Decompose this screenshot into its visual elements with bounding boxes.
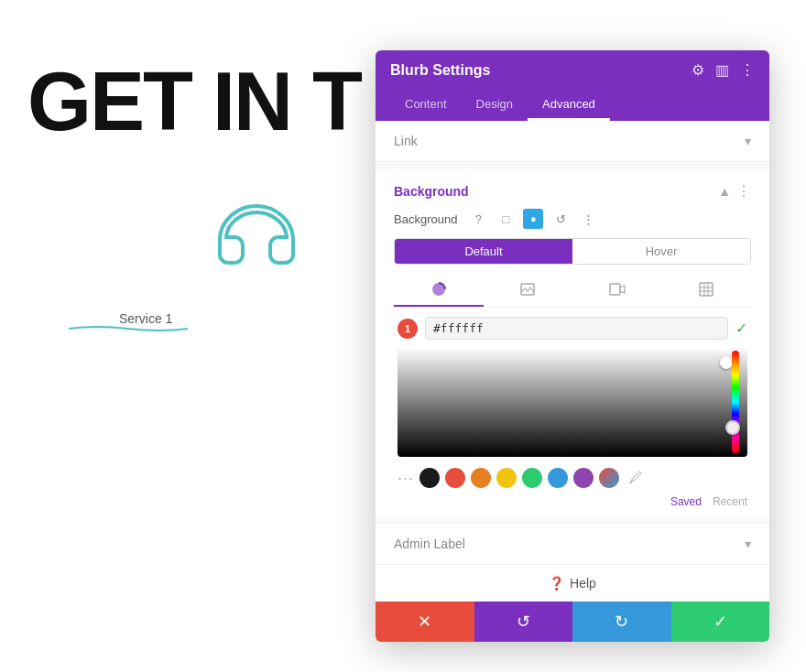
black-gradient xyxy=(398,347,747,457)
admin-label-section[interactable]: Admin Label ▾ xyxy=(376,523,769,564)
color-badge: 1 xyxy=(398,319,418,339)
background-label: Background xyxy=(394,212,457,226)
saved-tab[interactable]: Saved xyxy=(670,495,702,508)
settings-icon[interactable]: ⚙ xyxy=(692,61,704,79)
palette-more-icon[interactable]: ··· xyxy=(398,469,414,488)
pattern-type-icon[interactable] xyxy=(662,274,752,307)
panel-title: Blurb Settings xyxy=(390,62,490,79)
link-chevron: ▾ xyxy=(745,134,751,148)
redo-button[interactable]: ↻ xyxy=(572,602,671,642)
tab-design[interactable]: Design xyxy=(462,90,528,121)
panel-tabs: Content Design Advanced xyxy=(376,90,769,121)
link-section[interactable]: Link ▾ xyxy=(376,121,769,162)
background-title: Background xyxy=(394,184,469,199)
reset-color-icon[interactable]: ↺ xyxy=(550,209,571,229)
help-row[interactable]: ❓ Help xyxy=(376,564,769,602)
saved-recent-row: Saved Recent xyxy=(394,495,751,515)
palette-gradient-swatch[interactable] xyxy=(599,468,619,488)
hue-slider-container[interactable] xyxy=(729,351,742,453)
panel-actions: ✕ ↺ ↻ ✓ xyxy=(376,602,769,642)
panel-header-icons: ⚙ ▥ ⋮ xyxy=(692,61,755,79)
recent-tab[interactable]: Recent xyxy=(713,495,747,508)
admin-chevron: ▾ xyxy=(745,537,751,551)
hue-track[interactable] xyxy=(732,351,739,453)
color-more-icon[interactable]: ⋮ xyxy=(578,209,598,229)
blurb-settings-panel: Blurb Settings ⚙ ▥ ⋮ Content Design Adva… xyxy=(376,50,769,642)
wave-decoration xyxy=(69,325,188,332)
palette-color-orange[interactable] xyxy=(471,468,491,488)
color-gradient-picker[interactable] xyxy=(398,347,747,457)
palette-color-purple[interactable] xyxy=(573,468,594,488)
help-question-icon[interactable]: ? xyxy=(468,209,488,229)
background-section: Background ▲ ⋮ Background ? □ ● ↺ ⋮ Defa… xyxy=(376,169,769,515)
palette-color-blue[interactable] xyxy=(548,468,568,488)
cancel-button[interactable]: ✕ xyxy=(376,602,474,642)
svg-line-8 xyxy=(630,481,632,483)
more-icon[interactable]: ⋮ xyxy=(740,61,755,79)
toggle-default[interactable]: Default xyxy=(395,239,572,264)
color-confirm-icon[interactable]: ✓ xyxy=(735,320,747,337)
color-fill-icon[interactable]: ● xyxy=(523,209,543,229)
background-collapse-icon[interactable]: ▲ xyxy=(718,184,731,199)
palette-color-yellow[interactable] xyxy=(496,468,517,488)
svg-rect-3 xyxy=(700,283,713,296)
background-header: Background ▲ ⋮ xyxy=(394,182,751,200)
tab-content[interactable]: Content xyxy=(390,90,462,121)
video-type-icon[interactable] xyxy=(572,274,662,307)
columns-icon[interactable]: ▥ xyxy=(715,61,729,79)
type-icons-row xyxy=(394,274,751,308)
panel-body: Link ▾ Background ▲ ⋮ Background ? □ ● ↺… xyxy=(376,121,769,602)
palette-color-green[interactable] xyxy=(522,468,542,488)
color-type-icon[interactable] xyxy=(394,274,484,307)
default-hover-toggle: Default Hover xyxy=(394,238,751,265)
eyedropper-icon[interactable] xyxy=(625,468,645,488)
image-type-icon[interactable] xyxy=(484,274,573,307)
color-input-row: 1 ✓ xyxy=(394,317,751,340)
svg-rect-2 xyxy=(610,284,620,295)
admin-label: Admin Label xyxy=(394,537,465,551)
help-circle-icon: ❓ xyxy=(549,576,564,591)
page-heading: GET IN T xyxy=(27,55,361,149)
tab-advanced[interactable]: Advanced xyxy=(528,90,610,121)
reset-button[interactable]: ↺ xyxy=(474,602,573,642)
help-label: Help xyxy=(570,576,596,591)
panel-header: Blurb Settings ⚙ ▥ ⋮ xyxy=(376,50,769,90)
background-header-right: ▲ ⋮ xyxy=(718,182,751,200)
color-palette-row: ··· xyxy=(394,464,751,495)
palette-color-red[interactable] xyxy=(445,468,465,488)
link-label: Link xyxy=(394,134,418,148)
palette-color-black[interactable] xyxy=(419,468,440,488)
background-controls: Background ? □ ● ↺ ⋮ xyxy=(394,209,751,229)
service-label: Service 1 xyxy=(119,311,172,326)
toggle-hover[interactable]: Hover xyxy=(572,239,750,264)
headphones-icon xyxy=(211,201,302,278)
confirm-button[interactable]: ✓ xyxy=(671,602,770,642)
color-hex-input[interactable] xyxy=(425,317,728,340)
hue-thumb[interactable] xyxy=(725,420,740,435)
no-color-icon[interactable]: □ xyxy=(496,209,516,229)
background-more-icon[interactable]: ⋮ xyxy=(736,182,751,200)
